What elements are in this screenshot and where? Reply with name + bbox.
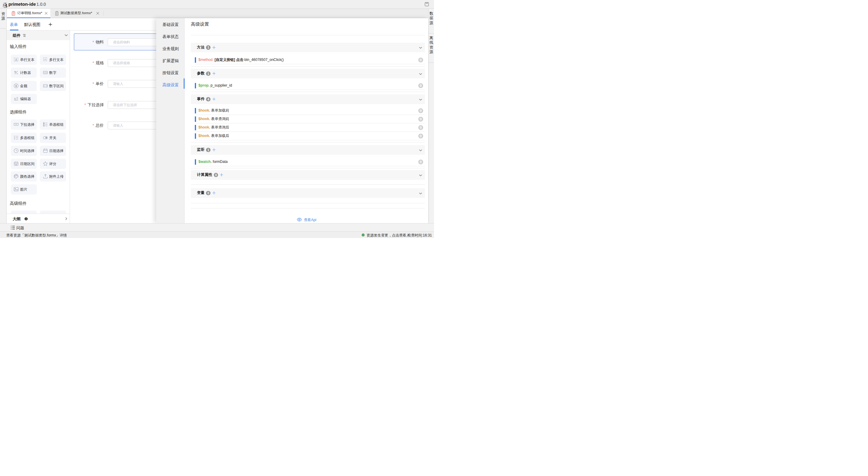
svg-text:A: A (15, 58, 17, 61)
svg-text:123: 123 (44, 71, 47, 73)
svg-text:A: A (14, 97, 16, 100)
svg-text:1~3: 1~3 (43, 85, 47, 87)
svg-text:A: A (44, 58, 46, 61)
